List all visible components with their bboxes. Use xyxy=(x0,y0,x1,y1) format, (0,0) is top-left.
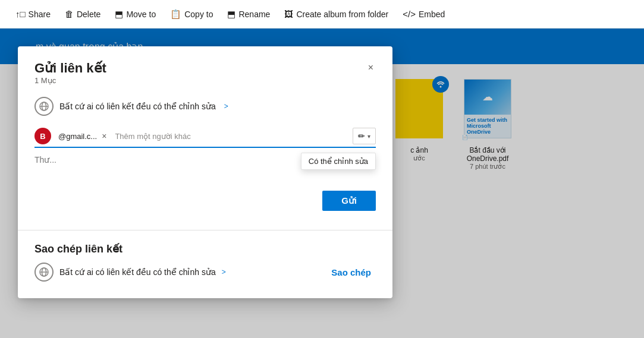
share-modal: Gửi liên kết 1 Mục × Bất cứ ai có liên k… xyxy=(18,46,392,298)
globe-icon xyxy=(34,97,54,116)
delete-button[interactable]: 🗑 Delete xyxy=(59,5,106,23)
permission-dropdown-menu: Có thể chỉnh sửa xyxy=(301,153,376,170)
copy-link-left: Bất cứ ai có liên kết đều có thể chỉnh s… xyxy=(34,263,226,282)
copy-link-row: Bất cứ ai có liên kết đều có thể chỉnh s… xyxy=(34,263,376,282)
copy-to-button[interactable]: 📋 Copy to xyxy=(164,5,219,23)
modal-overlay[interactable]: Gửi liên kết 1 Mục × Bất cứ ai có liên k… xyxy=(0,29,644,338)
link-permission-row[interactable]: Bất cứ ai có liên kết đều có thể chỉnh s… xyxy=(34,97,376,116)
copy-section-title: Sao chép liên kết xyxy=(34,242,376,255)
rename-icon: ⬒ xyxy=(227,9,235,20)
modal-divider xyxy=(18,230,392,230)
send-button[interactable]: Gửi xyxy=(322,191,376,211)
modal-title-group: Gửi liên kết 1 Mục xyxy=(34,61,106,94)
link-permission-arrow: > xyxy=(224,102,228,110)
embed-icon: </> xyxy=(403,9,416,19)
copy-link-button[interactable]: Sao chép xyxy=(326,265,376,280)
delete-icon: 🗑 xyxy=(65,9,74,19)
toolbar: ↑□ Share 🗑 Delete ⬒ Move to 📋 Copy to ⬒ … xyxy=(0,0,644,29)
modal-header: Gửi liên kết 1 Mục × xyxy=(34,61,376,94)
globe-icon-copy xyxy=(34,263,54,282)
album-icon: 🖼 xyxy=(284,9,293,19)
send-btn-row: Gửi xyxy=(34,191,376,211)
permission-dropdown-wrapper: ✏ ▾ Có thể chỉnh sửa xyxy=(353,128,376,144)
edit-icon: ✏ xyxy=(358,131,365,141)
share-button[interactable]: ↑□ Share xyxy=(10,5,56,23)
add-recipient-placeholder[interactable]: Thêm một người khác xyxy=(115,132,348,141)
copy-link-permission-text: Bất cứ ai có liên kết đều có thể chỉnh s… xyxy=(59,267,216,277)
modal-subtitle: 1 Mục xyxy=(34,76,106,85)
remove-email-button[interactable]: × xyxy=(100,132,108,140)
rename-button[interactable]: ⬒ Rename xyxy=(221,5,276,23)
link-permission-text: Bất cứ ai có liên kết đều có thể chỉnh s… xyxy=(59,102,216,111)
email-chip-text: @gmail.c... xyxy=(58,132,97,141)
move-icon: ⬒ xyxy=(115,9,123,20)
permission-dropdown-button[interactable]: ✏ ▾ xyxy=(353,128,376,144)
copy-icon: 📋 xyxy=(170,9,181,20)
copy-link-section: Sao chép liên kết Bất cứ ai có liên kết … xyxy=(34,242,376,282)
email-input-row: B @gmail.c... × Thêm một người khác ✏ ▾ … xyxy=(34,128,376,148)
modal-title: Gửi liên kết xyxy=(34,61,106,76)
avatar: B xyxy=(34,128,51,144)
share-icon: ↑□ xyxy=(15,9,26,19)
main-content: m và quan trọng của bạn c ảnh ước xyxy=(0,29,644,338)
embed-button[interactable]: </> Embed xyxy=(397,5,451,23)
create-album-button[interactable]: 🖼 Create album from folder xyxy=(278,5,394,23)
email-chip: @gmail.c... × xyxy=(56,131,110,142)
copy-link-arrow: > xyxy=(222,268,226,276)
chevron-down-icon: ▾ xyxy=(367,133,370,140)
modal-close-button[interactable]: × xyxy=(366,61,376,75)
can-edit-option[interactable]: Có thể chỉnh sửa xyxy=(309,157,368,166)
move-to-button[interactable]: ⬒ Move to xyxy=(109,5,162,23)
